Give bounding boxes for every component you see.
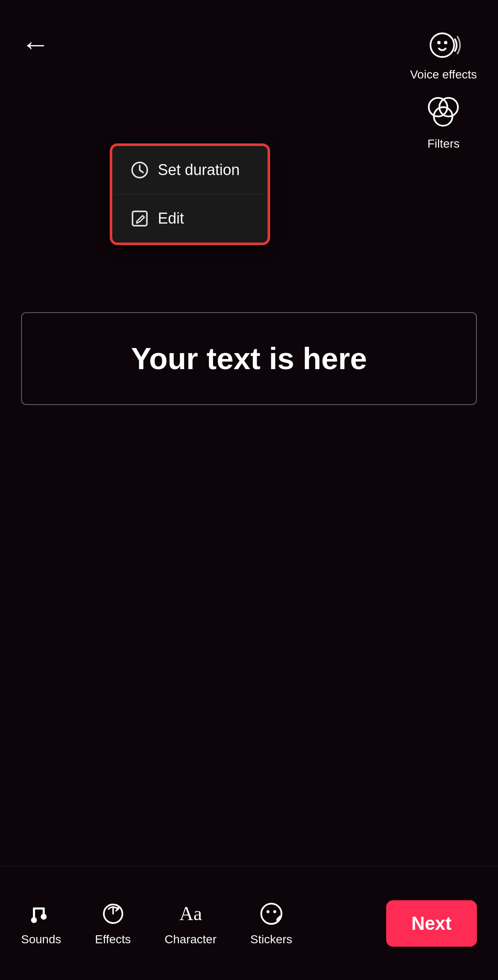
text-display-box: Your text is here — [21, 312, 477, 405]
character-item[interactable]: Aa Character — [165, 901, 217, 946]
svg-point-14 — [41, 914, 47, 920]
clock-icon — [131, 161, 149, 179]
top-bar: ← Voice effects — [0, 0, 498, 110]
set-duration-item[interactable]: Set duration — [112, 146, 268, 194]
sounds-icon — [28, 901, 54, 927]
svg-point-20 — [273, 910, 276, 913]
svg-point-19 — [266, 910, 269, 913]
svg-line-8 — [140, 170, 143, 173]
right-sidebar: Voice effects Filters — [410, 25, 477, 151]
edit-label: Edit — [158, 210, 184, 227]
svg-text:Aa: Aa — [179, 903, 202, 924]
svg-point-2 — [444, 41, 447, 44]
stickers-item[interactable]: Stickers — [250, 901, 292, 946]
effects-icon — [100, 901, 126, 927]
stickers-icon — [258, 901, 284, 927]
svg-point-13 — [31, 917, 37, 923]
edit-icon — [131, 210, 149, 227]
set-duration-label: Set duration — [158, 161, 240, 179]
voice-effects-button[interactable]: Voice effects — [410, 25, 477, 82]
sounds-label: Sounds — [21, 933, 61, 946]
filters-label: Filters — [428, 137, 460, 151]
svg-point-0 — [430, 33, 454, 57]
voice-effects-label: Voice effects — [410, 67, 477, 82]
filters-button[interactable]: Filters — [425, 94, 463, 151]
context-menu: Set duration Edit — [110, 143, 270, 245]
voice-effects-icon — [425, 25, 463, 63]
bottom-toolbar: Sounds Effects Aa — [0, 866, 498, 980]
sounds-item[interactable]: Sounds — [21, 901, 61, 946]
edit-item[interactable]: Edit — [112, 194, 268, 243]
stickers-label: Stickers — [250, 933, 292, 946]
text-box-content: Your text is here — [131, 341, 367, 376]
character-icon: Aa — [178, 901, 204, 927]
character-label: Character — [165, 933, 217, 946]
effects-item[interactable]: Effects — [95, 901, 131, 946]
back-button[interactable]: ← — [21, 30, 50, 58]
toolbar-items: Sounds Effects Aa — [21, 901, 386, 946]
effects-label: Effects — [95, 933, 131, 946]
filters-icon — [425, 94, 463, 132]
next-button[interactable]: Next — [386, 900, 477, 947]
svg-point-1 — [437, 41, 441, 44]
